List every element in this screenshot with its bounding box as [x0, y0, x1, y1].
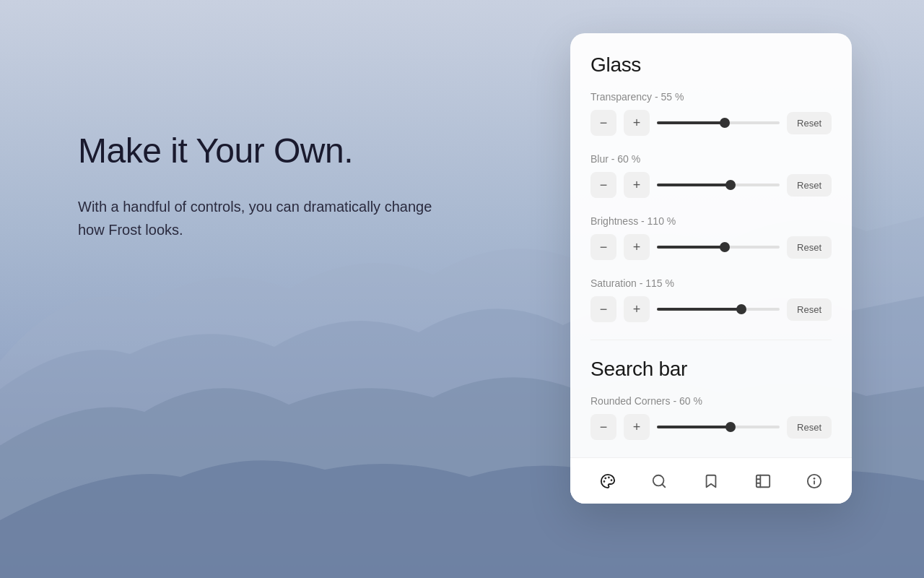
brightness-label: Brightness - 110 % [590, 215, 832, 227]
bookmark-button[interactable] [695, 465, 727, 497]
palette-button[interactable] [592, 465, 624, 497]
brightness-decrement[interactable]: − [590, 234, 616, 260]
transparency-slider-row: − + Reset [590, 110, 832, 136]
panel-scroll-area: Glass Transparency - 55 % − + Reset Blur… [570, 33, 852, 457]
saturation-slider-row: − + Reset [590, 296, 832, 322]
info-button[interactable] [798, 465, 830, 497]
saturation-reset[interactable]: Reset [787, 298, 832, 321]
saturation-decrement[interactable]: − [590, 296, 616, 322]
rounded-corners-thumb [725, 422, 736, 432]
brightness-control: Brightness - 110 % − + Reset [590, 215, 832, 260]
searchbar-section-title: Search bar [590, 358, 832, 381]
headline: Make it Your Own. [78, 130, 563, 172]
subtext: With a handful of controls, you can dram… [78, 195, 453, 241]
palette-icon [600, 473, 616, 489]
rounded-corners-slider-row: − + Reset [590, 414, 832, 440]
saturation-control: Saturation - 115 % − + Reset [590, 277, 832, 322]
blur-track[interactable] [657, 184, 780, 186]
transparency-fill [657, 121, 725, 124]
brightness-reset[interactable]: Reset [787, 236, 832, 259]
transparency-reset[interactable]: Reset [787, 112, 832, 134]
rounded-corners-control: Rounded Corners - 60 % − + Reset [590, 395, 832, 440]
saturation-fill [657, 308, 741, 311]
glass-section-title: Glass [590, 53, 832, 77]
info-icon [806, 473, 822, 489]
svg-point-2 [605, 478, 606, 478]
toolbar [570, 457, 852, 504]
saturation-label: Saturation - 115 % [590, 277, 832, 289]
settings-panel: Glass Transparency - 55 % − + Reset Blur… [570, 33, 852, 504]
blur-reset[interactable]: Reset [787, 174, 832, 197]
blur-fill [657, 184, 731, 186]
blur-label: Blur - 60 % [590, 153, 832, 165]
brightness-fill [657, 246, 725, 249]
rounded-corners-label: Rounded Corners - 60 % [590, 395, 832, 407]
brightness-increment[interactable]: + [624, 234, 650, 260]
brightness-slider-row: − + Reset [590, 234, 832, 260]
section-divider [590, 340, 832, 340]
transparency-thumb [720, 118, 730, 128]
transparency-decrement[interactable]: − [590, 110, 616, 136]
rounded-corners-decrement[interactable]: − [590, 414, 616, 440]
svg-point-3 [603, 481, 604, 482]
svg-point-1 [611, 480, 611, 480]
search-icon [651, 473, 667, 489]
svg-line-5 [663, 484, 666, 487]
brightness-track[interactable] [657, 246, 780, 249]
bookmark-icon [703, 473, 719, 489]
saturation-track[interactable] [657, 308, 780, 311]
layout-button[interactable] [747, 465, 779, 497]
rounded-corners-reset[interactable]: Reset [787, 416, 832, 439]
blur-slider-row: − + Reset [590, 172, 832, 198]
rounded-corners-increment[interactable]: + [624, 414, 650, 440]
transparency-control: Transparency - 55 % − + Reset [590, 91, 832, 136]
saturation-thumb [736, 304, 746, 314]
blur-control: Blur - 60 % − + Reset [590, 153, 832, 198]
left-content: Make it Your Own. With a handful of cont… [78, 130, 563, 241]
blur-increment[interactable]: + [624, 172, 650, 198]
transparency-track[interactable] [657, 121, 780, 124]
transparency-increment[interactable]: + [624, 110, 650, 136]
rounded-corners-fill [657, 426, 731, 428]
search-button[interactable] [643, 465, 675, 497]
blur-decrement[interactable]: − [590, 172, 616, 198]
layout-icon [755, 473, 771, 489]
saturation-increment[interactable]: + [624, 296, 650, 322]
rounded-corners-track[interactable] [657, 426, 780, 428]
transparency-label: Transparency - 55 % [590, 91, 832, 103]
svg-point-0 [609, 477, 609, 478]
brightness-thumb [720, 242, 730, 252]
svg-rect-6 [756, 475, 769, 487]
blur-thumb [725, 180, 736, 190]
